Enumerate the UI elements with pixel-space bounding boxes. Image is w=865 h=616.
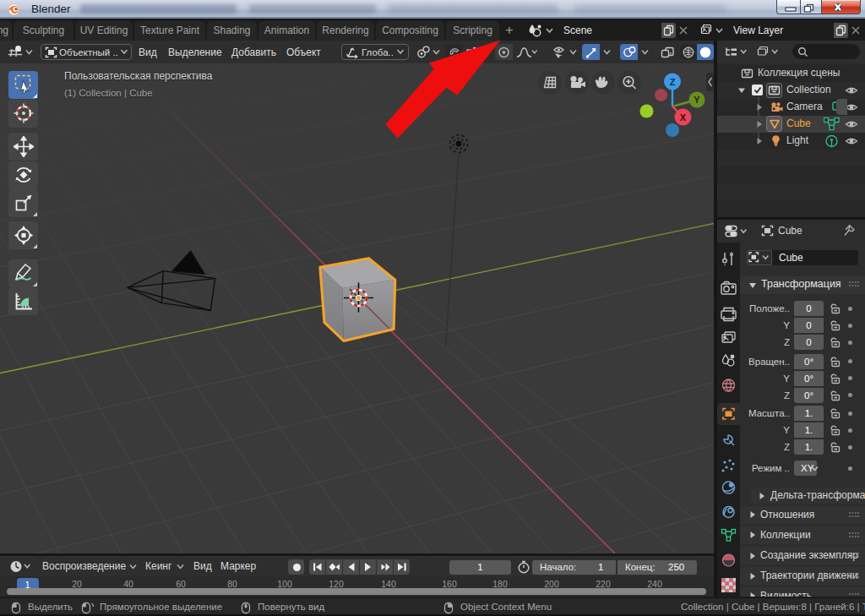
svg-text:Z: Z bbox=[670, 77, 676, 87]
svg-text:Y: Y bbox=[694, 95, 700, 105]
svg-text:X: X bbox=[680, 112, 687, 123]
